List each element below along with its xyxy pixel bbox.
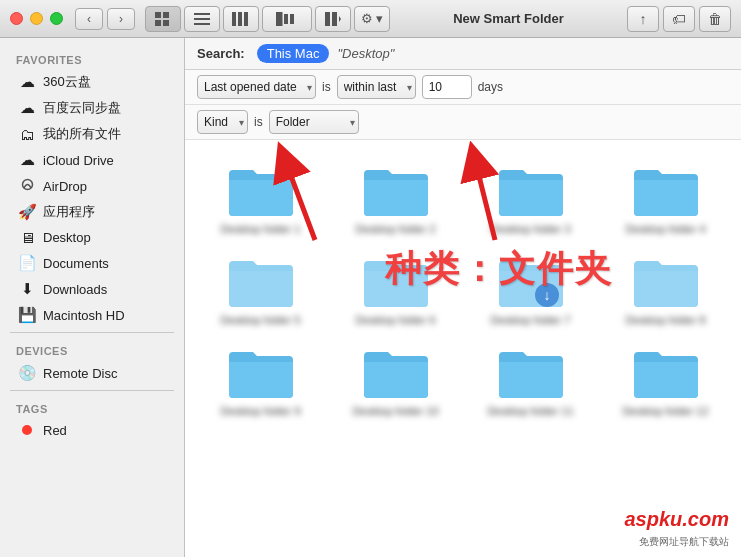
action-button[interactable]: ⚙ ▾ [354, 6, 390, 32]
favorites-header: Favorites [0, 46, 184, 69]
filter-condition-select[interactable]: within last [337, 75, 416, 99]
back-button[interactable]: ‹ [75, 8, 103, 30]
file-name: Desktop folder 3 [490, 223, 570, 235]
sidebar-item-red-tag[interactable]: Red [4, 418, 180, 443]
cloud-icon: ☁ [18, 73, 36, 91]
folder-icon [630, 251, 702, 311]
sidebar-item-360[interactable]: ☁ 360云盘 [4, 69, 180, 95]
file-item[interactable]: Desktop folder 9 [193, 334, 328, 425]
view-arrange-button[interactable] [315, 6, 351, 32]
watermark-text: aspku [625, 508, 683, 530]
svg-text:↓: ↓ [543, 287, 550, 303]
filter-unit-text: days [478, 80, 503, 94]
search-bar: Search: This Mac "Desktop" [185, 38, 741, 70]
file-item[interactable]: Desktop folder 1 [193, 152, 328, 243]
svg-rect-6 [194, 23, 210, 25]
svg-rect-12 [290, 14, 294, 24]
file-name: Desktop folder 7 [490, 314, 570, 326]
sidebar-item-myfiles[interactable]: 🗂 我的所有文件 [4, 121, 180, 147]
file-item[interactable]: Desktop folder 5 [193, 243, 328, 334]
file-name: Desktop folder 6 [355, 314, 435, 326]
filter-value-input[interactable] [422, 75, 472, 99]
svg-rect-7 [232, 12, 236, 26]
file-item[interactable]: Desktop folder 3 [463, 152, 598, 243]
sidebar-item-baidu[interactable]: ☁ 百度云同步盘 [4, 95, 180, 121]
tags-header: Tags [0, 395, 184, 418]
file-name: Desktop folder 9 [220, 405, 300, 417]
sidebar-item-label: Documents [43, 256, 109, 271]
search-scope-desktop: "Desktop" [337, 46, 394, 61]
filter-row-2: Kind is Folder [185, 105, 741, 140]
filter2-field-select[interactable]: Kind [197, 110, 248, 134]
sidebar-item-label: 360云盘 [43, 73, 91, 91]
apps-icon: 🚀 [18, 203, 36, 221]
share-button[interactable]: ↑ [627, 6, 659, 32]
sidebar-item-label: Macintosh HD [43, 308, 125, 323]
sidebar-item-desktop[interactable]: 🖥 Desktop [4, 225, 180, 250]
view-icons-button[interactable] [145, 6, 181, 32]
svg-rect-9 [244, 12, 248, 26]
file-item[interactable]: ↓ Desktop folder 7 [463, 243, 598, 334]
file-item[interactable]: Desktop folder 2 [328, 152, 463, 243]
svg-rect-0 [155, 12, 161, 18]
grid-container: Desktop folder 1 Desktop folder 2 [185, 140, 741, 557]
tag-button[interactable]: 🏷 [663, 6, 695, 32]
folder-icon [630, 342, 702, 402]
filter2-value-select[interactable]: Folder [269, 110, 359, 134]
sidebar-item-label: Red [43, 423, 67, 438]
disc-icon: 💿 [18, 364, 36, 382]
sidebar-item-remotedisc[interactable]: 💿 Remote Disc [4, 360, 180, 386]
sidebar-item-icloud[interactable]: ☁ iCloud Drive [4, 147, 180, 173]
content-area: Search: This Mac "Desktop" Last opened d… [185, 38, 741, 557]
watermark-dot-com: .com [682, 508, 729, 530]
trash-button[interactable]: 🗑 [699, 6, 731, 32]
close-button[interactable] [10, 12, 23, 25]
toolbar-buttons: ⚙ ▾ [145, 6, 390, 32]
file-name: Desktop folder 4 [625, 223, 705, 235]
sidebar-item-label: 应用程序 [43, 203, 95, 221]
file-item[interactable]: Desktop folder 8 [598, 243, 733, 334]
file-name: Desktop folder 5 [220, 314, 300, 326]
maximize-button[interactable] [50, 12, 63, 25]
view-list-button[interactable] [184, 6, 220, 32]
filter-field-wrap: Last opened date [197, 75, 316, 99]
svg-marker-16 [339, 16, 341, 22]
svg-rect-2 [155, 20, 161, 26]
file-grid: Desktop folder 1 Desktop folder 2 [185, 140, 741, 437]
file-item[interactable]: Desktop folder 11 [463, 334, 598, 425]
forward-button[interactable]: › [107, 8, 135, 30]
titlebar: ‹ › [0, 0, 741, 38]
filter2-value-wrap: Folder [269, 110, 359, 134]
main-layout: Favorites ☁ 360云盘 ☁ 百度云同步盘 🗂 我的所有文件 ☁ iC… [0, 38, 741, 557]
sidebar-item-apps[interactable]: 🚀 应用程序 [4, 199, 180, 225]
file-item[interactable]: Desktop folder 10 [328, 334, 463, 425]
sidebar-item-downloads[interactable]: ⬇ Downloads [4, 276, 180, 302]
sidebar-item-label: Remote Disc [43, 366, 117, 381]
folder-icon [225, 160, 297, 220]
sidebar-item-documents[interactable]: 📄 Documents [4, 250, 180, 276]
sidebar-item-airdrop[interactable]: AirDrop [4, 173, 180, 199]
view-cover-button[interactable] [262, 6, 312, 32]
file-item[interactable]: Desktop folder 12 [598, 334, 733, 425]
svg-rect-15 [332, 12, 337, 26]
desktop-icon: 🖥 [18, 229, 36, 246]
traffic-lights [10, 12, 63, 25]
view-columns-button[interactable] [223, 6, 259, 32]
minimize-button[interactable] [30, 12, 43, 25]
file-name: Desktop folder 2 [355, 223, 435, 235]
airdrop-icon [18, 177, 36, 195]
file-item[interactable]: Desktop folder 6 [328, 243, 463, 334]
window-title: New Smart Folder [390, 11, 627, 26]
cloud-icon: ☁ [18, 99, 36, 117]
filter2-operator-text: is [254, 115, 263, 129]
folder-icon [495, 342, 567, 402]
filter-field-select[interactable]: Last opened date [197, 75, 316, 99]
watermark: aspku.com 免费网址导航下载站 [625, 508, 730, 549]
file-item[interactable]: Desktop folder 4 [598, 152, 733, 243]
search-this-mac-button[interactable]: This Mac [257, 44, 330, 63]
icloud-icon: ☁ [18, 151, 36, 169]
svg-rect-5 [194, 18, 210, 20]
sidebar-item-label: 我的所有文件 [43, 125, 121, 143]
sidebar-item-macintosh[interactable]: 💾 Macintosh HD [4, 302, 180, 328]
file-name: Desktop folder 1 [220, 223, 300, 235]
